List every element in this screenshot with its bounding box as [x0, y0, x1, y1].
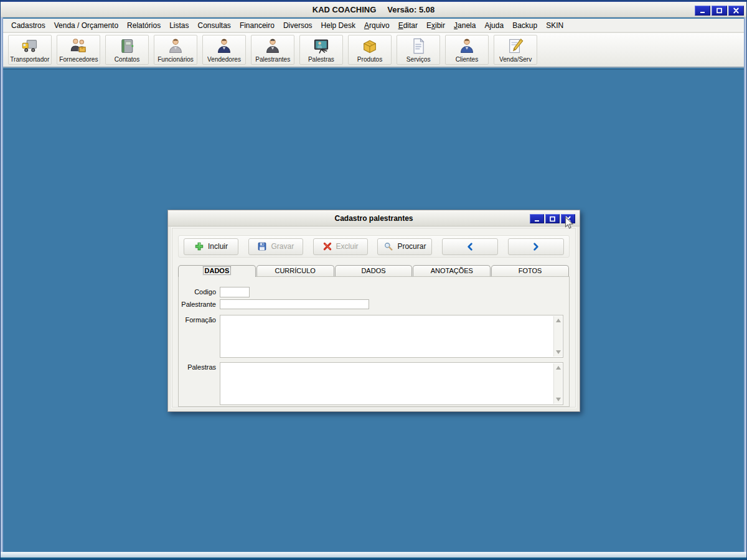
next-record-button[interactable] — [508, 238, 564, 255]
scroll-up-arrow-icon[interactable] — [556, 366, 561, 370]
scroll-down-arrow-icon[interactable] — [556, 350, 561, 354]
toolbar-button-label: Venda/Serv — [499, 55, 532, 63]
dialog-maximize-button[interactable] — [545, 214, 560, 223]
button-label: Gravar — [271, 242, 294, 251]
dialog-button-bar: IncluirGravarExcluirProcurar — [178, 235, 570, 258]
sale-pencil-icon — [507, 37, 524, 55]
tab-label: FOTOS — [519, 267, 542, 274]
toolbar-button-label: Funcionários — [157, 55, 194, 63]
tab-fotos[interactable]: FOTOS — [491, 265, 569, 277]
dialog-tab-bar: DADOSCURRÍCULODADOSANOTAÇÕESFOTOS — [178, 265, 570, 277]
toolbar-button-palestras[interactable]: Palestras — [299, 35, 343, 65]
toolbar-button-clientes[interactable]: Clientes — [445, 35, 489, 65]
palestrante-label: Palestrante — [179, 299, 216, 308]
minimize-button[interactable] — [695, 6, 710, 16]
mouse-cursor — [562, 216, 576, 231]
toolbar-button-label: Transportador — [11, 55, 50, 63]
menu-item-consultas[interactable]: Consultas — [194, 20, 235, 31]
product-box-icon — [361, 37, 378, 55]
dialog-title-bar[interactable]: Cadastro palestrantes — [168, 210, 580, 226]
tab-curriculo[interactable]: CURRÍCULO — [256, 265, 334, 277]
menu-item-janela[interactable]: Janela — [449, 20, 480, 31]
menu-item-listas[interactable]: Listas — [165, 20, 193, 31]
prev-icon — [466, 242, 475, 251]
app-title: KAD COACHING — [312, 5, 377, 14]
toolbar-button-fornecedores[interactable]: Fornecedores — [57, 35, 100, 65]
minimize-icon — [533, 213, 540, 225]
menu-item-venda-orcamento[interactable]: Venda / Orçamento — [50, 20, 123, 31]
plus-icon — [194, 241, 204, 251]
toolbar: TransportadorFornecedoresContatosFuncion… — [3, 32, 744, 68]
palestras-textarea[interactable] — [220, 362, 563, 405]
toolbar-button-servicos[interactable]: Serviços — [397, 35, 440, 65]
suppliers-icon — [70, 37, 87, 55]
maximize-icon — [549, 213, 556, 225]
menu-item-help-desk[interactable]: Help Desk — [317, 20, 360, 31]
dialog-cadastro-palestrantes: Cadastro palestrantes — [167, 210, 580, 412]
toolbar-button-label: Palestrantes — [255, 55, 290, 63]
menu-item-cadastros[interactable]: Cadastros — [7, 20, 50, 31]
toolbar-button-vendedores[interactable]: Vendedores — [202, 35, 246, 65]
dialog-title: Cadastro palestrantes — [168, 214, 580, 223]
menu-item-editar[interactable]: Editar — [394, 20, 422, 31]
menu-item-ajuda[interactable]: Ajuda — [480, 20, 508, 31]
title-bar: KAD COACHINGVersão: 5.08 — [1, 1, 746, 17]
toolbar-button-palestrantes[interactable]: Palestrantes — [251, 35, 294, 65]
toolbar-button-label: Fornecedores — [59, 55, 98, 63]
formacao-label: Formação — [179, 315, 216, 324]
button-label: Incluir — [208, 242, 228, 251]
scroll-up-arrow-icon[interactable] — [556, 319, 561, 322]
menu-item-backup[interactable]: Backup — [508, 20, 542, 31]
app-title-group: KAD COACHINGVersão: 5.08 — [312, 5, 435, 14]
window-controls — [695, 6, 744, 16]
close-button[interactable] — [728, 6, 744, 16]
formacao-textarea[interactable] — [220, 315, 563, 358]
next-icon — [531, 242, 540, 251]
previous-record-button[interactable] — [442, 238, 498, 255]
formacao-scrollbar[interactable] — [553, 316, 562, 357]
tab-label: DADOS — [361, 267, 385, 274]
document-icon — [410, 37, 427, 55]
salesperson-icon — [215, 37, 233, 55]
gravar-button: Gravar — [248, 238, 303, 255]
dialog-body: IncluirGravarExcluirProcurar DADOSCURRÍC… — [171, 227, 576, 408]
incluir-button[interactable]: Incluir — [184, 238, 238, 255]
button-label: Procurar — [397, 242, 426, 251]
toolbar-button-funcionarios[interactable]: Funcionários — [154, 35, 197, 65]
menu-item-financeiro[interactable]: Financeiro — [235, 20, 279, 31]
address-book-icon — [118, 37, 136, 55]
tab-dados-2[interactable]: DADOS — [335, 265, 413, 277]
codigo-label: Codigo — [179, 287, 216, 296]
scroll-down-arrow-icon[interactable] — [556, 398, 561, 401]
maximize-icon — [716, 5, 723, 16]
palestras-scrollbar[interactable] — [553, 363, 562, 404]
toolbar-button-contatos[interactable]: Contatos — [105, 35, 149, 65]
tab-dados-1[interactable]: DADOS — [178, 265, 256, 277]
palestrante-input[interactable] — [220, 299, 369, 309]
toolbar-button-transportador[interactable]: Transportador — [8, 35, 52, 65]
maximize-button[interactable] — [712, 6, 727, 16]
speaker-icon — [264, 37, 281, 55]
menu-bar: CadastrosVenda / OrçamentoRelatóriosList… — [3, 19, 744, 32]
procurar-button[interactable]: Procurar — [377, 238, 432, 255]
menu-item-skin[interactable]: SKIN — [542, 20, 568, 31]
tab-label: ANOTAÇÕES — [431, 267, 473, 274]
toolbar-button-produtos[interactable]: Produtos — [348, 35, 392, 65]
dialog-minimize-button[interactable] — [530, 214, 544, 223]
toolbar-button-label: Palestras — [308, 55, 334, 63]
window-frame-bottom — [1, 552, 746, 559]
codigo-input[interactable] — [220, 287, 250, 297]
toolbar-button-label: Vendedores — [207, 55, 241, 63]
menu-item-relatorios[interactable]: Relatórios — [123, 20, 165, 31]
search-icon — [383, 241, 393, 251]
menu-item-exibir[interactable]: Exibir — [422, 20, 449, 31]
truck-icon — [21, 37, 39, 55]
save-icon — [257, 241, 267, 251]
tab-label: CURRÍCULO — [275, 267, 315, 274]
menu-item-diversos[interactable]: Diversos — [279, 20, 317, 31]
menu-item-arquivo[interactable]: Arquivo — [360, 20, 394, 31]
toolbar-button-label: Serviços — [406, 55, 431, 63]
tab-anotacoes[interactable]: ANOTAÇÕES — [413, 265, 491, 277]
minimize-icon — [699, 5, 706, 16]
toolbar-button-venda-serv[interactable]: Venda/Serv — [494, 35, 537, 65]
